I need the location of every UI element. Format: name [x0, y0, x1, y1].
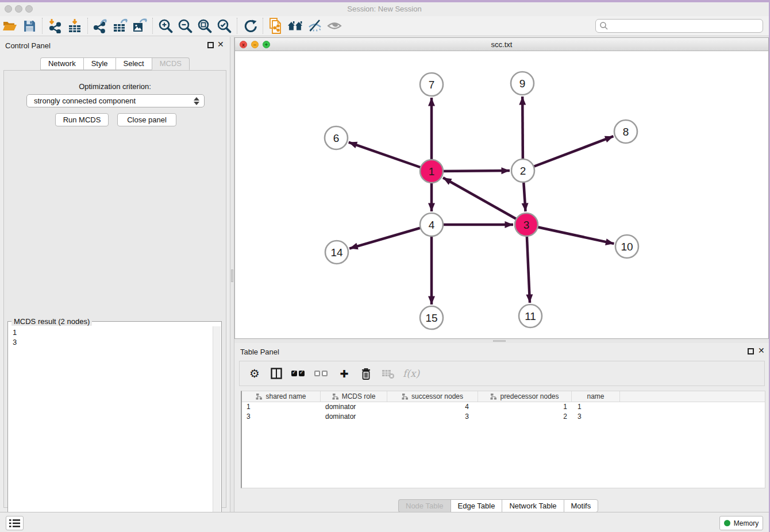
import-network-icon[interactable] — [45, 17, 65, 34]
mcds-panel-body: Optimization criterion: strongly connect… — [3, 70, 226, 508]
zoom-out-icon[interactable] — [175, 17, 195, 34]
graph-node-label: 15 — [425, 312, 437, 324]
graph-node-label: 9 — [519, 78, 526, 90]
splitter-grip[interactable] — [231, 269, 233, 282]
column-type-icon — [256, 393, 263, 400]
zoom-selected-icon[interactable] — [214, 17, 234, 34]
cell-predecessor-nodes[interactable]: 1 — [478, 402, 572, 412]
apply-layout-icon[interactable] — [240, 17, 260, 34]
graph-edge-4-14[interactable] — [349, 225, 432, 249]
cell-successor-nodes[interactable]: 4 — [387, 402, 478, 412]
add-column-icon[interactable]: ✚ — [337, 365, 351, 381]
import-table-icon[interactable] — [65, 17, 84, 34]
criterion-select[interactable]: strongly connected component — [26, 94, 205, 107]
result-scrollbar[interactable] — [213, 326, 221, 532]
close-panel-icon[interactable]: ✕ — [758, 346, 765, 355]
optimization-criterion-label: Optimization criterion: — [4, 82, 226, 91]
hide-selected-icon[interactable] — [305, 17, 325, 34]
export-network-icon[interactable] — [91, 17, 110, 34]
table-tabs: Node TableEdge TableNetwork TableMotifs — [398, 499, 598, 512]
column-type-icon — [490, 393, 497, 400]
column-header[interactable]: name — [572, 391, 620, 402]
toolbar-separator — [152, 18, 153, 34]
splitter-grip[interactable] — [493, 340, 506, 342]
mcds-result-list[interactable]: 1 3 — [9, 326, 213, 532]
horizontal-splitter[interactable] — [234, 339, 769, 343]
delete-table-icon[interactable] — [381, 365, 395, 381]
search-input[interactable] — [595, 19, 763, 33]
graph-edge-3-10[interactable] — [526, 225, 614, 244]
status-bar: Memory — [0, 512, 769, 532]
gear-icon[interactable]: ⚙ — [248, 365, 261, 381]
table-row[interactable]: 3 dominator 3 2 3 — [242, 412, 765, 422]
zoom-in-icon[interactable] — [156, 17, 175, 34]
cell-predecessor-nodes[interactable]: 2 — [478, 412, 572, 422]
control-panel: Control Panel ✕ NetworkStyleSelectMCDS O… — [0, 37, 230, 514]
delete-column-icon[interactable] — [359, 365, 373, 381]
toolbar-separator — [237, 18, 237, 34]
graph-node-label: 2 — [520, 165, 526, 177]
float-panel-icon[interactable] — [207, 42, 214, 48]
first-neighbors-icon[interactable] — [286, 17, 305, 34]
tab-edge-table[interactable]: Edge Table — [451, 499, 502, 512]
tab-mcds[interactable]: MCDS — [152, 57, 190, 70]
show-all-icon[interactable] — [325, 17, 344, 34]
column-header[interactable]: successor nodes — [387, 391, 478, 402]
main-titlebar: Session: New Session — [0, 2, 769, 16]
network-canvas[interactable]: 1234678910111415 — [235, 51, 768, 338]
tab-motifs[interactable]: Motifs — [564, 499, 599, 512]
tab-node-table[interactable]: Node Table — [398, 499, 451, 512]
deselect-all-icon[interactable] — [314, 365, 329, 381]
function-builder-icon[interactable]: f(x) — [403, 365, 419, 381]
graph-edge-2-8[interactable] — [523, 136, 614, 171]
control-panel-tabs: NetworkStyleSelectMCDS — [0, 57, 230, 71]
control-panel-header: Control Panel ✕ — [0, 37, 230, 54]
cell-mcds-role[interactable]: dominator — [321, 402, 387, 412]
cell-name[interactable]: 1 — [572, 402, 620, 412]
memory-status-icon — [724, 520, 730, 526]
graph-node-label: 14 — [330, 246, 343, 259]
float-panel-icon[interactable] — [748, 348, 754, 354]
table-panel-header: Table Panel ✕ — [234, 343, 769, 360]
graph-node-label: 10 — [621, 241, 633, 253]
control-panel-title: Control Panel — [5, 41, 51, 50]
graph-svg[interactable]: 1234678910111415 — [235, 51, 768, 338]
save-session-icon[interactable] — [20, 17, 39, 34]
column-header[interactable]: shared name — [242, 391, 321, 402]
open-file-icon[interactable] — [0, 17, 20, 34]
export-image-icon[interactable] — [130, 17, 149, 34]
cell-shared-name[interactable]: 1 — [242, 402, 321, 412]
split-column-icon[interactable] — [270, 365, 283, 381]
criterion-value: strongly connected component — [34, 97, 136, 105]
list-icon — [9, 519, 20, 528]
graph-edge-1-6[interactable] — [349, 142, 432, 171]
tab-network-table[interactable]: Network Table — [502, 499, 563, 512]
table-toolbar: ⚙ ✚ f(x) — [239, 361, 765, 386]
table-header-row: shared name MCDS role successor nodes pr… — [242, 391, 765, 402]
close-panel-button[interactable]: Close panel — [117, 113, 176, 126]
column-label: successor nodes — [411, 392, 463, 400]
new-network-from-selection-icon[interactable] — [266, 17, 286, 34]
cell-mcds-role[interactable]: dominator — [321, 412, 387, 422]
run-mcds-button[interactable]: Run MCDS — [55, 113, 109, 126]
cell-successor-nodes[interactable]: 3 — [387, 412, 478, 422]
tab-select[interactable]: Select — [116, 57, 152, 70]
export-table-icon[interactable] — [110, 17, 130, 34]
network-window-titlebar[interactable]: x − + scc.txt — [235, 38, 768, 51]
search-icon — [599, 21, 609, 30]
select-all-icon[interactable] — [291, 365, 306, 381]
tab-style[interactable]: Style — [83, 57, 116, 70]
column-label: shared name — [265, 392, 306, 400]
close-panel-icon[interactable]: ✕ — [217, 40, 224, 49]
vertical-splitter[interactable] — [230, 37, 234, 514]
cell-name[interactable]: 3 — [572, 412, 620, 422]
cell-shared-name[interactable]: 3 — [242, 412, 321, 422]
table-row[interactable]: 1 dominator 4 1 1 — [242, 402, 765, 412]
zoom-fit-icon[interactable] — [195, 17, 214, 34]
graph-edge-3-1[interactable] — [443, 178, 526, 225]
column-header[interactable]: MCDS role — [321, 391, 387, 402]
memory-button[interactable]: Memory — [719, 516, 763, 530]
column-header[interactable]: predecessor nodes — [478, 391, 572, 402]
tab-network[interactable]: Network — [40, 57, 83, 70]
task-history-button[interactable] — [6, 516, 24, 530]
